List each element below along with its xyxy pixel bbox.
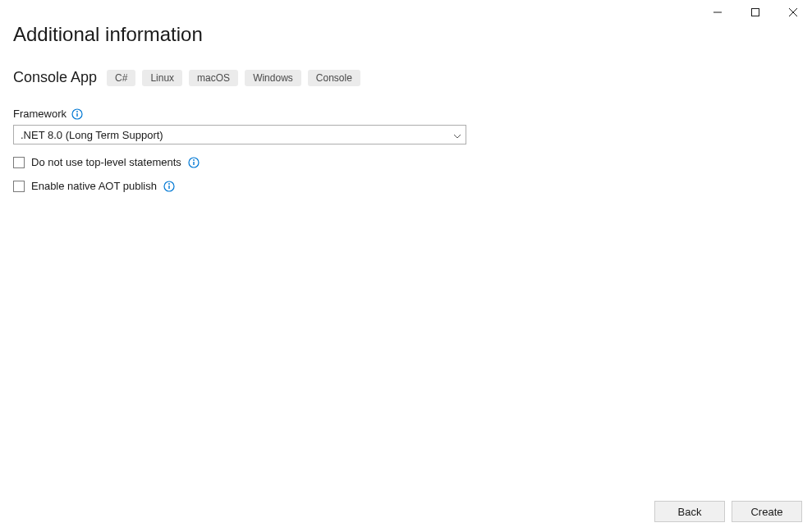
top-level-statements-label: Do not use top-level statements: [31, 156, 181, 168]
close-button[interactable]: [774, 0, 812, 25]
tag-linux: Linux: [142, 70, 182, 86]
framework-info-icon[interactable]: [71, 108, 83, 120]
info-icon: [188, 157, 200, 168]
page-title: Additional information: [13, 23, 799, 46]
framework-label: Framework: [13, 108, 67, 120]
minimize-button[interactable]: [699, 0, 736, 25]
create-button[interactable]: Create: [732, 501, 802, 522]
back-button[interactable]: Back: [654, 501, 725, 522]
tag-macos: macOS: [189, 70, 238, 86]
minimize-icon: [713, 8, 722, 16]
native-aot-checkbox[interactable]: [13, 181, 25, 192]
framework-field: Framework .NET 8.0 (Long Term Support): [13, 108, 799, 144]
info-icon: [71, 108, 83, 120]
project-type-subtitle: Console App: [13, 69, 97, 86]
native-aot-info-icon[interactable]: [163, 181, 175, 192]
close-icon: [789, 8, 797, 16]
maximize-button[interactable]: [736, 0, 774, 25]
tag-windows: Windows: [245, 70, 301, 86]
chevron-down-icon: [454, 129, 461, 141]
info-icon: [163, 181, 175, 192]
top-level-statements-option: Do not use top-level statements: [13, 156, 799, 168]
framework-selected-value: .NET 8.0 (Long Term Support): [21, 129, 163, 141]
native-aot-label: Enable native AOT publish: [31, 180, 157, 192]
svg-point-5: [76, 111, 78, 112]
footer-buttons: Back Create: [654, 501, 802, 522]
maximize-icon: [751, 8, 759, 16]
tag-csharp: C#: [107, 70, 135, 86]
tags-container: C# Linux macOS Windows Console: [107, 70, 360, 86]
native-aot-option: Enable native AOT publish: [13, 180, 799, 192]
tag-console: Console: [308, 70, 360, 86]
top-level-statements-checkbox[interactable]: [13, 157, 25, 168]
window-controls: [699, 0, 812, 25]
subtitle-row: Console App C# Linux macOS Windows Conso…: [13, 69, 799, 86]
svg-point-8: [193, 159, 195, 161]
framework-dropdown[interactable]: .NET 8.0 (Long Term Support): [13, 125, 466, 144]
svg-rect-1: [752, 9, 759, 16]
top-level-statements-info-icon[interactable]: [188, 157, 200, 168]
svg-point-11: [168, 183, 170, 185]
